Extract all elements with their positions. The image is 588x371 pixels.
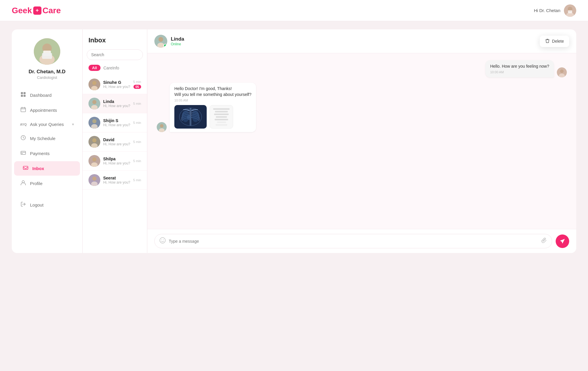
logo-plus-icon: + [33,6,41,15]
profile-icon [20,180,26,187]
header-avatar[interactable] [564,4,576,17]
inbox-meta-sinuhe: 5 min 05 [133,80,141,89]
sidebar-item-ask-queries[interactable]: AYQ Ask your Queries ▾ [12,118,82,131]
trash-icon [545,39,550,44]
inbox-search-input[interactable] [87,49,143,60]
sidebar-item-label-dashboard: Dashboard [30,93,51,98]
document-attachment[interactable] [210,105,233,129]
chat-message-input[interactable] [169,239,538,244]
inbox-preview-seerat: Hi, How are you? [103,180,130,184]
inbox-avatar-david [88,136,100,148]
chat-input-wrap [154,234,552,248]
inbox-avatar-shilpa [88,155,100,167]
logout-icon [20,202,26,208]
inbox-item-linda[interactable]: Linda Hi, How are you? 5 min [83,94,147,113]
inbox-item-seerat[interactable]: Seerat Hi, How are you? 5 min [83,171,147,190]
attach-button[interactable] [541,237,547,245]
inbox-info-david: David Hi, How are you? [103,137,130,146]
svg-point-38 [158,37,163,42]
inbox-panel: Inbox All CareInfo Sinuhe G Hi, How are … [82,29,147,253]
sidebar-item-profile[interactable]: Profile [12,176,82,191]
message-received-1: Hello Doctor! I'm good, Thanks! Will you… [157,83,567,132]
header-right: Hi Dr. Chetan [534,4,576,17]
sidebar-item-label-appointments: Appointments [30,108,57,113]
message-sent-1: Hello. How are you feeling now? 10:00 AM [157,60,567,77]
send-button[interactable] [556,234,569,248]
sidebar-item-label-my-schedule: My Schedule [30,136,56,141]
svg-point-20 [92,81,96,85]
svg-rect-16 [21,153,23,154]
sidebar: Dr. Chetan, M.D Cardiologist Dashboard A… [12,29,82,253]
inbox-item-shijin[interactable]: Shijin S Hi, How are you? 5 min [83,113,147,132]
inbox-preview-david: Hi, How are you? [103,142,130,146]
inbox-time-linda: 5 min [133,102,141,105]
inbox-avatar-shijin [88,117,100,129]
sidebar-item-payments[interactable]: Payments [12,146,82,161]
chat-input-area [147,229,576,253]
inbox-filter: All CareInfo [83,65,147,75]
received-avatar [157,122,167,132]
inbox-avatar-seerat [88,174,100,186]
filter-all-button[interactable]: All [88,65,101,71]
inbox-meta-david: 5 min [133,140,141,144]
inbox-search-container [87,49,143,60]
svg-point-26 [92,119,96,123]
inbox-info-shilpa: Shilpa Hi, How are you? [103,157,130,165]
chat-contact-status: Online [171,42,536,46]
inbox-info-seerat: Seerat Hi, How are you? [103,176,130,184]
filter-careinfo-button[interactable]: CareInfo [103,66,119,70]
xray-attachment[interactable] [174,105,207,129]
svg-rect-15 [21,151,26,154]
inbox-meta-shijin: 5 min [133,121,141,124]
sent-message-bubble: Hello. How are you feeling now? 10:00 AM [485,60,554,77]
sidebar-item-appointments[interactable]: Appointments [12,103,82,117]
chat-messages: Hello. How are you feeling now? 10:00 AM… [147,53,576,229]
sidebar-doctor-name: Dr. Chetan, M.D [29,69,66,75]
inbox-name-linda: Linda [103,99,130,104]
inbox-avatar-sinuhe [88,79,100,90]
svg-rect-13 [21,108,26,112]
inbox-item-david[interactable]: David Hi, How are you? 5 min [83,132,147,152]
logo-text2: Care [43,6,61,15]
svg-point-44 [160,124,163,128]
inbox-name-shijin: Shijin S [103,118,130,123]
svg-point-35 [92,177,96,181]
sidebar-item-label-inbox: Inbox [32,166,44,171]
inbox-icon [22,165,29,172]
emoji-button[interactable] [159,237,166,245]
message-attachments [174,105,251,129]
schedule-icon [20,135,26,142]
sent-avatar [557,67,567,77]
inbox-info-linda: Linda Hi, How are you? [103,99,130,108]
sidebar-item-my-schedule[interactable]: My Schedule [12,131,82,146]
inbox-list: Sinuhe G Hi, How are you? 5 min 05 Linda… [83,75,147,190]
sidebar-doctor-avatar [34,38,60,65]
inbox-time-david: 5 min [133,140,141,144]
inbox-name-shilpa: Shilpa [103,157,130,161]
inbox-item-sinuhe[interactable]: Sinuhe G Hi, How are you? 5 min 05 [83,75,147,94]
received-message-content: Hello Doctor! I'm good, Thanks! Will you… [170,83,256,132]
chevron-down-icon: ▾ [72,122,74,127]
inbox-info-sinuhe: Sinuhe G Hi, How are you? [103,80,130,89]
svg-point-32 [92,157,96,162]
inbox-preview-sinuhe: Hi, How are you? [103,85,130,89]
svg-rect-9 [21,92,23,94]
sidebar-item-inbox[interactable]: Inbox [14,161,80,176]
sidebar-item-label-profile: Profile [30,181,43,186]
chat-contact-name: Linda [171,36,536,42]
appointments-icon [20,107,26,114]
header-greeting: Hi Dr. Chetan [534,8,560,13]
delete-dropdown[interactable]: Delete [540,36,569,47]
sidebar-item-dashboard[interactable]: Dashboard [12,88,82,102]
received-text-line1: Hello Doctor! I'm good, Thanks! [174,86,251,91]
chat-contact-avatar [154,35,167,48]
sidebar-item-label-payments: Payments [30,151,50,156]
inbox-avatar-linda [88,98,100,109]
sidebar-item-logout[interactable]: Logout [12,198,82,212]
inbox-time-seerat: 5 min [133,178,141,182]
svg-rect-10 [24,92,26,94]
inbox-item-shilpa[interactable]: Shilpa Hi, How are you? 5 min [83,152,147,171]
inbox-name-sinuhe: Sinuhe G [103,80,130,85]
svg-rect-11 [21,95,23,97]
svg-point-52 [160,238,166,243]
